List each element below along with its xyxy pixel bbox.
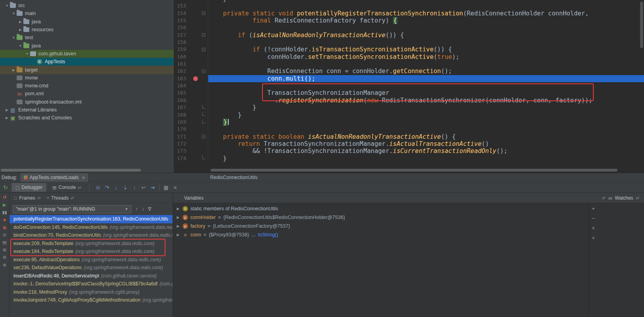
fold-collapse-icon[interactable] (202, 70, 205, 73)
fold-end-icon[interactable] (202, 119, 205, 123)
code-text[interactable]: } (208, 0, 644, 2)
show-execution-point-icon[interactable]: ⊙ (93, 185, 103, 191)
next-frame-icon[interactable]: ↓ (142, 206, 144, 212)
tab-console[interactable]: ▤ Console ⇄ (48, 183, 85, 192)
code-text[interactable]: if (!connHolder.isTransactionSyncronisat… (208, 46, 644, 53)
debug-session-tab[interactable]: AppTests.contextLoads × (20, 173, 89, 182)
stack-frame-row[interactable]: invoke:218, MethodProxy(org.springframew… (9, 288, 173, 296)
mute-breakpoints-icon[interactable]: ⊘ (1, 233, 8, 237)
move-watch-down-icon[interactable]: ˅ (592, 235, 595, 241)
tree-item-apptests[interactable]: CAppTests (0, 58, 174, 66)
thread-dropdown[interactable]: "main"@1 in group "main": RUNNING ▼ (13, 205, 131, 213)
chevron-collapsed-icon[interactable]: ▶ (176, 233, 180, 237)
code-text[interactable]: } (208, 155, 644, 162)
chevron-collapsed-icon[interactable]: ▶ (176, 224, 180, 228)
code-text[interactable]: .registerSynchronization(new RedisTransa… (208, 97, 644, 104)
tree-item-test[interactable]: ▼test (0, 34, 174, 42)
chevron-expanded-icon[interactable]: ▼ (11, 11, 17, 15)
project-tree-hscrollbar[interactable] (1, 169, 141, 172)
tree-item-pom-xml[interactable]: mpom.xml (0, 90, 174, 98)
code-text[interactable]: TransactionSynchronizationManager (208, 89, 644, 96)
code-text[interactable]: } (208, 111, 644, 119)
stack-frame-row[interactable]: doGetConnection:145, RedisConnectionUtil… (9, 223, 173, 232)
chevron-expanded-icon[interactable]: ▼ (17, 44, 23, 48)
chevron-expanded-icon[interactable]: ▼ (4, 4, 10, 8)
pin-icon[interactable]: ⊕ (1, 263, 8, 267)
chevron-collapsed-icon[interactable]: ▶ (17, 28, 23, 32)
tree-item-external-libraries[interactable]: ▶▥External Libraries (0, 106, 174, 114)
add-watch-icon[interactable]: + (592, 206, 595, 211)
move-watch-up-icon[interactable]: ˄ (592, 225, 595, 231)
rerun-icon[interactable]: ↻ (2, 184, 9, 191)
rerun-icon[interactable]: ↺ (1, 195, 8, 200)
view-breakpoints-icon[interactable]: ◉ (1, 225, 8, 230)
editor-vscrollbar[interactable] (640, 0, 644, 173)
code-text[interactable]: private static boolean isActualNonReadon… (208, 133, 644, 140)
editor-hscrollbar-thumb[interactable] (211, 169, 617, 172)
stack-frame-row[interactable]: insertDBAndRedis:48, DemoServiceImpl(com… (9, 272, 173, 280)
hide-library-frames-icon[interactable]: ∇ (148, 206, 151, 212)
tree-item-springboot-transaction-iml[interactable]: springboot-transaction.iml (0, 98, 174, 106)
tree-item-scratches-and-consoles[interactable]: ▶▣Scratches and Consoles (0, 114, 174, 122)
thread-dump-icon[interactable]: ▤ (1, 240, 8, 245)
tab-frames[interactable]: ▢ Frames ⇄ (13, 195, 41, 201)
fold-collapse-icon[interactable] (202, 48, 205, 51)
code-editor[interactable]: }153154private static void potentiallyRe… (174, 0, 644, 173)
stack-frame-row[interactable]: potentiallyRegisterTransactionSynchronis… (9, 215, 173, 223)
stack-frame-row[interactable]: bindConnection:70, RedisConnectionUtils(… (9, 231, 173, 240)
fold-end-icon[interactable] (202, 112, 205, 116)
close-icon[interactable]: × (82, 175, 85, 180)
stack-frame-row[interactable]: invoke:-1, DemoServiceImpl$$FastClassByS… (9, 280, 173, 288)
fold-end-icon[interactable] (202, 155, 205, 159)
chevron-expanded-icon[interactable]: ▼ (24, 52, 30, 56)
tree-item-main[interactable]: ▼main (0, 9, 174, 17)
code-text[interactable]: private static void potentiallyRegisterT… (208, 10, 644, 17)
fold-collapse-icon[interactable] (202, 135, 205, 138)
settings-icon[interactable]: ⚙ (1, 255, 8, 260)
chevron-collapsed-icon[interactable]: ▶ (4, 108, 10, 112)
variable-row[interactable]: ▶≡conn = {$Proxy93@7538} ... toString() (173, 230, 589, 239)
code-text[interactable]: final RedisConnectionFactory factory) { (208, 17, 644, 24)
stop-icon[interactable]: ■ (1, 218, 8, 222)
tostring-link[interactable]: toString() (258, 232, 278, 238)
force-step-into-icon[interactable]: ⇣ (121, 185, 130, 191)
tree-item-target[interactable]: ▶target (0, 66, 174, 74)
code-text[interactable]: if (isActualNonReadonlyTransactionActive… (208, 32, 644, 39)
run-to-cursor-icon[interactable]: ⇥ (148, 185, 157, 191)
stack-frame-row[interactable]: execute:184, RedisTemplate(org.springfra… (9, 247, 173, 256)
tree-item-com-github-taven[interactable]: ▼com.github.taven (0, 50, 174, 58)
chevron-collapsed-icon[interactable]: ▶ (4, 116, 10, 120)
code-text[interactable]: RedisConnection conn = connHolder.getCon… (208, 68, 644, 75)
stack-frame-row[interactable]: execute:209, RedisTemplate(org.springfra… (9, 240, 173, 248)
drop-frame-icon[interactable]: ↩ (139, 185, 148, 191)
chevron-expanded-icon[interactable]: ▼ (11, 36, 17, 40)
pause-icon[interactable]: ▮▮ (1, 210, 8, 215)
remove-watch-icon[interactable]: − (592, 215, 595, 221)
editor-vscrollbar-thumb[interactable] (640, 2, 643, 48)
variable-row[interactable]: ▶pfactory = {LettuceConnectionFactory@75… (173, 222, 589, 230)
previous-frame-icon[interactable]: ↑ (135, 206, 138, 212)
stack-frame-row[interactable]: set:236, DefaultValueOperations(org.spri… (9, 264, 173, 272)
code-text[interactable]: return TransactionSynchronizationManager… (208, 140, 644, 147)
layout-settings-icon[interactable]: ≡ (171, 185, 180, 191)
tab-debugger[interactable]: ▢ Debugger (11, 183, 46, 192)
code-text[interactable]: } (208, 104, 644, 111)
fold-end-icon[interactable] (202, 105, 205, 109)
tree-item-src[interactable]: ▼src (0, 2, 174, 9)
code-text[interactable]: && !TransactionSynchronizationManager.is… (208, 147, 644, 155)
code-text[interactable]: connHolder.setTransactionSyncronisationA… (208, 53, 644, 60)
chevron-collapsed-icon[interactable]: ▶ (17, 20, 23, 24)
resume-icon[interactable]: ▶ (1, 203, 8, 207)
fold-collapse-icon[interactable] (202, 33, 205, 37)
restore-layout-icon[interactable]: ⊞ (1, 248, 8, 252)
chevron-collapsed-icon[interactable]: ▶ (176, 215, 180, 219)
variable-row[interactable]: ▶Sstatic members of RedisConnectionUtils (173, 204, 589, 213)
chevron-collapsed-icon[interactable]: ▶ (176, 207, 180, 211)
tree-item-java[interactable]: ▼java (0, 42, 174, 49)
tab-threads[interactable]: ≡ Threads ⇄ (47, 195, 74, 201)
stack-frame-row[interactable]: invokeJoinpoint:749, CglibAopProxy$Cglib… (9, 296, 173, 304)
evaluate-expression-icon[interactable]: ▦ (161, 185, 171, 191)
step-out-icon[interactable]: ↑ (130, 185, 139, 191)
step-over-icon[interactable]: ↷ (103, 185, 112, 191)
breakpoint-icon[interactable] (193, 76, 198, 81)
